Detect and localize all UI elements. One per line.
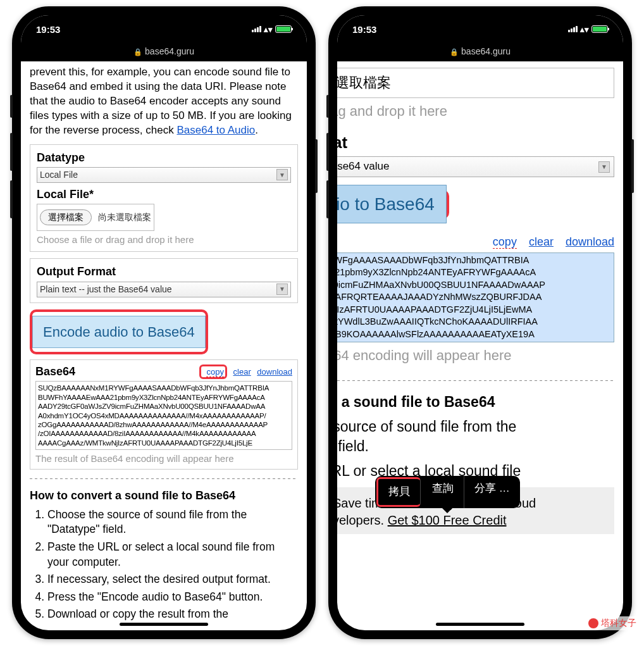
tooltip-share[interactable]: 分享 …: [464, 476, 520, 508]
signal-icon: [568, 26, 578, 32]
howto-heading: How to convert a sound file to Base64: [30, 488, 298, 503]
base64-to-audio-link[interactable]: Base64 to Audio: [176, 124, 255, 136]
highlight-encode-button: Encode audio to Base64: [30, 309, 208, 355]
notch: [101, 15, 227, 34]
ad-link[interactable]: Get $100 Free Credit: [388, 513, 507, 527]
status-time: 19:53: [36, 24, 60, 35]
home-indicator[interactable]: [436, 623, 524, 626]
side-button: [10, 133, 13, 171]
localfile-label: Local File*: [37, 187, 291, 202]
output-format-label: Output Format: [37, 264, 291, 279]
intro-paragraph: prevent this, for example, you can encod…: [30, 65, 298, 138]
lock-icon: 🔒: [450, 48, 459, 56]
howto-step: Download or copy the result from the: [47, 607, 298, 622]
clear-link[interactable]: clear: [529, 235, 554, 248]
battery-icon: [275, 25, 292, 33]
wifi-icon: ▴▾: [580, 25, 589, 34]
result-hint: Base64 encoding will appear here: [337, 346, 614, 365]
howto-step: If necessary, select the desired output …: [47, 572, 298, 587]
side-button: [631, 139, 634, 193]
battery-icon: [591, 25, 608, 33]
copy-link[interactable]: copy: [493, 235, 517, 249]
file-status: 尚未選取檔案: [98, 211, 151, 223]
selection-tooltip: 拷貝 查詢 分享 …: [375, 476, 520, 508]
tooltip-copy[interactable]: 拷貝: [376, 477, 421, 507]
phone-right: 19:53 ▴▾ 🔒base64.guru 尚未選取檔案 or drag and…: [328, 6, 632, 639]
output-format-select[interactable]: the Base64 value ▼: [337, 156, 614, 177]
output-format-box: Output Format Plain text -- just the Bas…: [30, 258, 298, 302]
output-format-select[interactable]: Plain text -- just the Base64 value ▼: [37, 282, 291, 297]
encode-button[interactable]: udio to Base64: [337, 185, 447, 223]
notch: [417, 15, 543, 34]
side-button: [326, 133, 329, 171]
lock-icon: 🔒: [133, 48, 142, 56]
download-link[interactable]: download: [257, 367, 292, 377]
howto-step: Press the "Encode audio to Base64" butto…: [47, 590, 298, 605]
choose-file-button[interactable]: 選擇檔案: [40, 209, 92, 225]
url-bar[interactable]: 🔒base64.guru: [21, 43, 307, 61]
watermark-icon: [588, 618, 598, 628]
chevron-down-icon: ▼: [276, 284, 288, 295]
watermark: 塔科女子: [585, 616, 640, 630]
side-button: [315, 139, 318, 193]
highlight-encode-button: udio to Base64: [337, 190, 449, 219]
howto-list: Choose the source of sound file from the…: [30, 508, 298, 622]
base64-output-box: Base64 copy clear download SUQzBAAAAAANx…: [30, 359, 298, 470]
chevron-down-icon: ▼: [276, 169, 288, 180]
drag-hint: or drag and drop it here: [337, 102, 614, 121]
side-button: [10, 180, 13, 218]
howto-list: e source of sound file from thee" field.…: [337, 417, 614, 481]
divider: [337, 380, 614, 381]
copy-link[interactable]: copy: [206, 367, 223, 377]
result-hint: The result of Base64 encoding will appea…: [35, 452, 292, 465]
divider: [30, 478, 298, 479]
howto-step: e source of sound file from thee" field.: [337, 417, 614, 456]
signal-icon: [252, 26, 261, 32]
home-indicator[interactable]: [120, 623, 208, 626]
url-domain: base64.guru: [461, 46, 511, 56]
howto-step: Choose the source of sound file from the…: [47, 508, 298, 537]
side-button: [326, 180, 329, 218]
base64-label: Base64: [35, 364, 75, 379]
file-status: 尚未選取檔案: [337, 75, 391, 90]
base64-textarea[interactable]: SUQzBAAAAAANxM1RYWFgAAAASAAADbWFqb3JfYnJ…: [35, 381, 292, 450]
side-button: [326, 95, 329, 118]
base64-textarea-selected[interactable]: xM1RYWFgAAAASAAADbWFqb3JfYnJhbmQATTRBIA …: [337, 252, 614, 343]
highlight-copy: copy: [199, 364, 226, 380]
clear-link[interactable]: clear: [233, 367, 251, 377]
howto-heading: nvert a sound file to Base64: [337, 392, 614, 412]
datatype-label: Datatype: [37, 150, 291, 165]
output-format-label: ormat: [337, 132, 614, 154]
side-button: [10, 95, 13, 118]
phone-left: 19:53 ▴▾ 🔒base64.guru prevent this, for …: [12, 6, 316, 639]
file-hint: Choose a file or drag and drop it here: [37, 234, 291, 246]
url-bar[interactable]: 🔒base64.guru: [337, 43, 623, 61]
wifi-icon: ▴▾: [264, 25, 273, 34]
datatype-select[interactable]: Local File ▼: [37, 167, 291, 183]
url-domain: base64.guru: [145, 46, 194, 56]
encode-button[interactable]: Encode audio to Base64: [32, 316, 206, 349]
tooltip-lookup[interactable]: 查詢: [422, 476, 464, 508]
download-link[interactable]: download: [566, 235, 614, 248]
status-time: 19:53: [352, 24, 376, 35]
datatype-box: Datatype Local File ▼ Local File* 選擇檔案 尚…: [30, 144, 298, 252]
chevron-down-icon: ▼: [598, 161, 610, 173]
howto-step: Paste the URL or select a local sound fi…: [47, 540, 298, 570]
file-input-box[interactable]: 尚未選取檔案: [337, 68, 614, 98]
